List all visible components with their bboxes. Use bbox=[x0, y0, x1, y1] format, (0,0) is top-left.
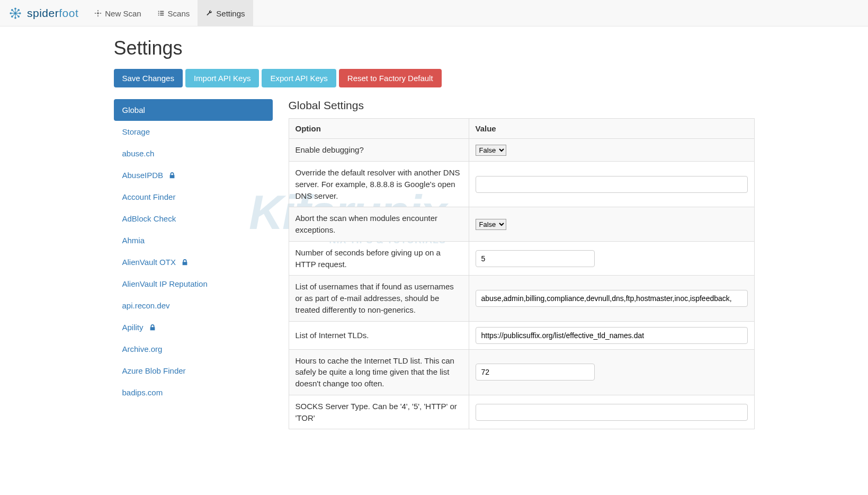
svg-point-7 bbox=[20, 12, 21, 13]
sidebar-item-label: Ahmia bbox=[122, 236, 145, 245]
svg-rect-22 bbox=[158, 11, 159, 12]
value-header: Value bbox=[469, 119, 754, 139]
nav-items: New Scan Scans Settings bbox=[86, 0, 253, 26]
nav-scans-label: Scans bbox=[168, 9, 190, 18]
sidebar-item-label: AbuseIPDB bbox=[122, 171, 164, 180]
table-row: Enable debugging?FalseTrue bbox=[289, 139, 754, 162]
option-cell: Override the default resolver with anoth… bbox=[289, 162, 469, 207]
export-api-keys-button[interactable]: Export API Keys bbox=[262, 69, 336, 87]
svg-rect-24 bbox=[158, 13, 159, 14]
sidebar-item-label: badips.com bbox=[122, 388, 163, 397]
brand-logo-icon bbox=[8, 6, 23, 21]
setting-select[interactable]: FalseTrue bbox=[476, 145, 506, 156]
sidebar-item-global[interactable]: Global bbox=[114, 99, 273, 121]
svg-line-14 bbox=[13, 14, 14, 16]
value-cell bbox=[469, 162, 754, 207]
svg-rect-25 bbox=[160, 13, 164, 14]
table-row: Override the default resolver with anoth… bbox=[289, 162, 754, 207]
setting-input[interactable] bbox=[476, 327, 748, 344]
sidebar-item-account-finder[interactable]: Account Finder bbox=[114, 186, 273, 208]
sidebar-item-label: api.recon.dev bbox=[122, 301, 170, 310]
setting-input[interactable] bbox=[476, 290, 748, 307]
sidebar-item-alienvault-ip-reputation[interactable]: AlienVault IP Reputation bbox=[114, 273, 273, 295]
table-row: List of usernames that if found as usern… bbox=[289, 276, 754, 321]
svg-point-3 bbox=[15, 17, 16, 18]
setting-input[interactable] bbox=[476, 250, 595, 267]
setting-input[interactable] bbox=[476, 176, 748, 193]
svg-line-10 bbox=[13, 11, 14, 12]
sidebar-item-storage[interactable]: Storage bbox=[114, 121, 273, 143]
sidebar-item-abuseipdb[interactable]: AbuseIPDB bbox=[114, 164, 273, 186]
target-icon bbox=[94, 10, 102, 17]
sidebar-item-azure-blob-finder[interactable]: Azure Blob Finder bbox=[114, 360, 273, 382]
import-api-keys-button[interactable]: Import API Keys bbox=[185, 69, 259, 87]
brand[interactable]: spiderfoot bbox=[8, 6, 86, 21]
svg-line-16 bbox=[16, 14, 18, 16]
nav-settings[interactable]: Settings bbox=[198, 0, 253, 26]
svg-point-17 bbox=[97, 12, 99, 14]
sidebar-item-label: AlienVault IP Reputation bbox=[122, 279, 208, 288]
value-cell bbox=[469, 321, 754, 349]
table-row: SOCKS Server Type. Can be '4', '5', 'HTT… bbox=[289, 395, 754, 429]
svg-rect-27 bbox=[160, 15, 164, 16]
sidebar-item-label: abuse.ch bbox=[122, 149, 155, 158]
sidebar-item-adblock-check[interactable]: AdBlock Check bbox=[114, 208, 273, 229]
navbar: spiderfoot New Scan Scans Settings bbox=[0, 0, 868, 26]
option-cell: Hours to cache the Internet TLD list. Th… bbox=[289, 349, 469, 395]
page-title: Settings bbox=[114, 37, 755, 59]
sidebar-item-api-recon-dev[interactable]: api.recon.dev bbox=[114, 295, 273, 316]
table-row: Abort the scan when modules encounter ex… bbox=[289, 207, 754, 242]
brand-text: spiderfoot bbox=[27, 7, 78, 20]
lock-icon bbox=[168, 172, 176, 179]
svg-rect-26 bbox=[158, 15, 159, 16]
settings-table: Option Value Enable debugging?FalseTrueO… bbox=[289, 118, 755, 429]
value-cell: FalseTrue bbox=[469, 207, 754, 242]
setting-input[interactable] bbox=[476, 404, 748, 421]
svg-point-15 bbox=[18, 15, 19, 16]
option-cell: Number of seconds before giving up on a … bbox=[289, 241, 469, 276]
list-icon bbox=[157, 10, 165, 17]
table-row: Hours to cache the Internet TLD list. Th… bbox=[289, 349, 754, 395]
svg-point-0 bbox=[14, 12, 16, 14]
nav-new-scan[interactable]: New Scan bbox=[86, 0, 149, 26]
sidebar-item-ahmia[interactable]: Ahmia bbox=[114, 229, 273, 251]
option-cell: Abort the scan when modules encounter ex… bbox=[289, 207, 469, 242]
nav-scans[interactable]: Scans bbox=[149, 0, 198, 26]
sidebar-item-label: Account Finder bbox=[122, 192, 176, 201]
svg-point-11 bbox=[18, 9, 19, 10]
sidebar-item-label: Azure Blob Finder bbox=[122, 366, 186, 375]
settings-sidebar: GlobalStorageabuse.chAbuseIPDBAccount Fi… bbox=[114, 99, 273, 429]
button-row: Save Changes Import API Keys Export API … bbox=[114, 69, 755, 87]
table-row: Number of seconds before giving up on a … bbox=[289, 241, 754, 276]
option-cell: List of usernames that if found as usern… bbox=[289, 276, 469, 321]
wrench-icon bbox=[205, 10, 213, 17]
save-button[interactable]: Save Changes bbox=[114, 69, 183, 87]
reset-factory-button[interactable]: Reset to Factory Default bbox=[339, 69, 442, 87]
sidebar-item-badips-com[interactable]: badips.com bbox=[114, 382, 273, 403]
value-cell bbox=[469, 395, 754, 429]
option-header: Option bbox=[289, 119, 469, 139]
svg-point-13 bbox=[12, 15, 13, 16]
sidebar-item-label: AlienVault OTX bbox=[122, 258, 176, 267]
sidebar-item-label: Archive.org bbox=[122, 344, 163, 353]
sidebar-item-label: Apility bbox=[122, 323, 144, 332]
svg-rect-23 bbox=[160, 11, 164, 12]
sidebar-item-label: Storage bbox=[122, 127, 150, 136]
value-cell bbox=[469, 349, 754, 395]
table-row: List of Internet TLDs. bbox=[289, 321, 754, 349]
lock-icon bbox=[149, 324, 156, 331]
option-cell: SOCKS Server Type. Can be '4', '5', 'HTT… bbox=[289, 395, 469, 429]
svg-point-9 bbox=[12, 9, 13, 10]
setting-select[interactable]: FalseTrue bbox=[476, 219, 506, 230]
sidebar-item-archive-org[interactable]: Archive.org bbox=[114, 338, 273, 360]
sidebar-item-apility[interactable]: Apility bbox=[114, 316, 273, 338]
sidebar-item-label: Global bbox=[122, 105, 145, 114]
setting-input[interactable] bbox=[476, 364, 595, 381]
sidebar-item-alienvault-otx[interactable]: AlienVault OTX bbox=[114, 251, 273, 273]
sidebar-item-abuse-ch[interactable]: abuse.ch bbox=[114, 143, 273, 164]
nav-settings-label: Settings bbox=[216, 9, 245, 18]
svg-point-5 bbox=[10, 12, 11, 13]
nav-new-scan-label: New Scan bbox=[105, 9, 141, 18]
svg-point-1 bbox=[15, 8, 16, 9]
section-title: Global Settings bbox=[289, 99, 755, 112]
